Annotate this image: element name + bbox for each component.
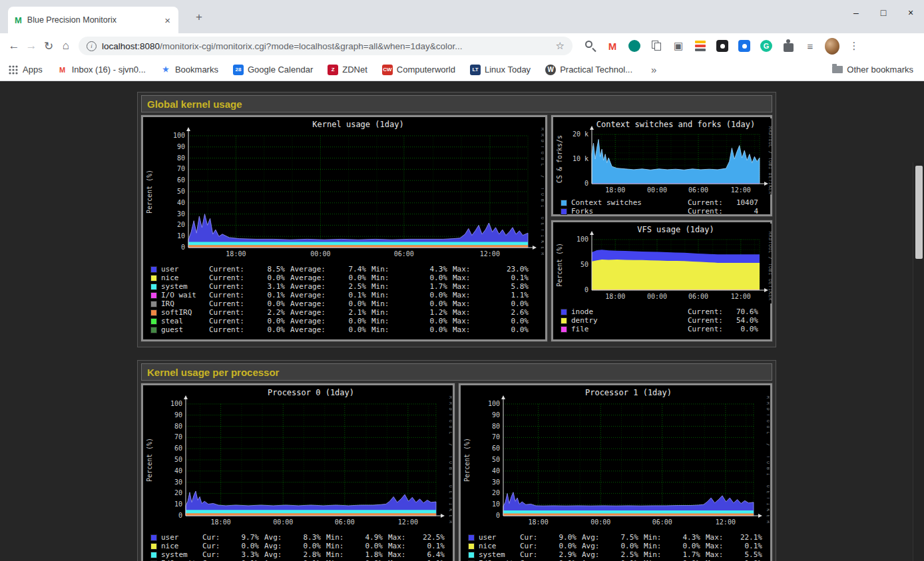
extensions-icon[interactable] xyxy=(781,39,796,53)
legend-stat-value: 0.0% xyxy=(326,325,371,334)
new-tab-button[interactable]: + xyxy=(196,11,202,24)
legend-stat-label: Min: xyxy=(371,299,389,308)
legend-label: dentry xyxy=(571,316,688,325)
camera-icon[interactable] xyxy=(737,39,752,53)
bookmarks-overflow-icon[interactable]: » xyxy=(651,64,656,75)
bookmark-item[interactable]: LTLinux Today xyxy=(470,65,531,75)
legend-stat: Max:0.1% xyxy=(388,542,450,550)
grammarly-icon[interactable]: G xyxy=(759,39,774,53)
apps-shortcut[interactable]: Apps xyxy=(8,65,43,75)
menu-icon[interactable]: ⋮ xyxy=(847,39,861,53)
legend-label: system xyxy=(161,282,209,291)
legend-stat: Cur:3.3% xyxy=(202,550,264,559)
other-bookmarks[interactable]: Other bookmarks xyxy=(832,65,913,75)
legend-swatch xyxy=(151,267,156,272)
bookmark-item[interactable]: CWComputerworld xyxy=(382,65,455,75)
window-minimize-icon[interactable]: – xyxy=(851,7,861,18)
keep-icon[interactable]: ▣ xyxy=(671,39,686,53)
legend-stat-label: Min: xyxy=(371,325,389,334)
site-info-icon[interactable]: i xyxy=(87,41,97,51)
legend-stat: Avg:0.0% xyxy=(582,542,644,550)
legend-stat-value: 0.0% xyxy=(538,542,582,550)
avatar[interactable] xyxy=(825,39,839,53)
vfs-usage-chart[interactable]: 05010018:0000:0006:0012:00VFS usage (1da… xyxy=(555,224,772,303)
context-switches-graph-panel: 010 k20 k18:0000:0006:0012:00Context swi… xyxy=(551,115,772,216)
bookmark-item[interactable]: ★Bookmarks xyxy=(160,65,218,75)
legend-stat-value: 3.1% xyxy=(244,282,290,291)
legend-swatch xyxy=(151,301,156,307)
bookmark-item[interactable]: WPractical Technol... xyxy=(545,65,632,75)
legend-label: user xyxy=(161,265,209,274)
svg-text:100: 100 xyxy=(170,400,182,407)
bookmark-star-icon[interactable]: ☆ xyxy=(556,40,565,52)
svg-text:Percent (%): Percent (%) xyxy=(463,438,471,482)
legend-stat: Avg:0.0% xyxy=(264,542,326,550)
window-close-icon[interactable]: × xyxy=(905,7,916,18)
processor1-chart[interactable]: 010203040506070809010018:0000:0006:0012:… xyxy=(462,387,770,529)
legend-stat: Average:2.5% xyxy=(290,282,371,291)
scrollbar-thumb[interactable] xyxy=(915,166,923,259)
legend-stat: Max:23.0% xyxy=(453,265,534,274)
svg-text:Percent (%): Percent (%) xyxy=(556,243,563,287)
legend-stat-value: 2.9% xyxy=(538,550,582,559)
page-scrollbar[interactable] xyxy=(913,162,924,561)
forward-icon[interactable]: → xyxy=(23,39,40,53)
svg-text:Context switches and forks (1: Context switches and forks (1day) xyxy=(596,120,755,129)
legend-stat: Min:0.0% xyxy=(371,299,453,308)
back-icon[interactable]: ← xyxy=(5,39,23,53)
legend-stat-label: Avg: xyxy=(264,542,282,550)
legend-row: stealCurrent:0.0%Average:0.0%Min:0.0%Max… xyxy=(151,317,539,325)
search-icon[interactable] xyxy=(583,39,598,53)
refresh-icon[interactable]: ↻ xyxy=(40,39,57,53)
legend-stat-value: 0.0% xyxy=(389,299,453,308)
vault-icon[interactable] xyxy=(715,39,730,53)
tab-close-icon[interactable]: × xyxy=(163,15,172,26)
svg-text:RRDTOOL / TOBI OETIKER: RRDTOOL / TOBI OETIKER xyxy=(540,128,544,258)
legend-stat-value: 1.7% xyxy=(389,282,453,291)
window-maximize-icon[interactable]: □ xyxy=(878,7,889,18)
gmail-icon[interactable]: M xyxy=(605,39,620,53)
legend-stat-value: 5.5% xyxy=(724,550,768,559)
kernel-usage-chart[interactable]: 010203040506070809010018:0000:0006:0012:… xyxy=(144,118,544,261)
legend-stat: Avg:2.8% xyxy=(264,550,326,559)
svg-text:06:00: 06:00 xyxy=(652,518,672,526)
legend-stat-value: 0.0% xyxy=(600,542,644,550)
legend-stat: Avg:8.3% xyxy=(264,533,326,542)
svg-text:00:00: 00:00 xyxy=(310,250,330,258)
legend-stat-value: 1.7% xyxy=(662,550,706,559)
reading-list-icon[interactable]: ≡ xyxy=(803,39,817,53)
home-icon[interactable]: ⌂ xyxy=(57,39,75,53)
legend-stat-value: 9.7% xyxy=(220,533,265,542)
legend-swatch xyxy=(469,535,474,540)
legend-stat-value: 54.0% xyxy=(729,316,764,325)
legend-stat: Current:10407 xyxy=(688,198,764,207)
section-title: Global kernel usage xyxy=(147,98,242,110)
legend-stat: Min:1.2% xyxy=(371,308,453,317)
processor0-chart[interactable]: 010203040506070809010018:0000:0006:0012:… xyxy=(144,387,452,529)
svg-text:80: 80 xyxy=(177,154,185,162)
legend-row: niceCur:0.0%Avg:0.0%Min:0.0%Max:0.1% xyxy=(151,542,446,550)
legend-stat-label: Average: xyxy=(290,299,326,308)
svg-text:100: 100 xyxy=(577,236,588,243)
svg-text:60: 60 xyxy=(177,176,185,184)
svg-text:VFS usage (1day): VFS usage (1day) xyxy=(637,225,714,234)
legend-stat-value: 0.0% xyxy=(326,274,371,282)
bookmark-label: Linux Today xyxy=(485,65,531,75)
svg-text:18:00: 18:00 xyxy=(211,518,231,526)
bookmark-item[interactable]: MInbox (16) - sjvn0... xyxy=(57,65,146,75)
legend-stat-label: Avg: xyxy=(582,550,600,559)
copy-icon[interactable] xyxy=(649,39,664,53)
legend-stat-label: Min: xyxy=(644,550,662,559)
other-bookmarks-label: Other bookmarks xyxy=(847,65,913,75)
browser-tab[interactable]: M Blue Precision Monitorix × xyxy=(8,7,178,33)
legend-stat-value: 10407 xyxy=(729,198,764,207)
legend-stat: Cur:9.0% xyxy=(520,533,582,542)
meet-icon[interactable] xyxy=(627,39,642,53)
processor0-graph-panel: 010203040506070809010018:0000:0006:0012:… xyxy=(141,383,455,561)
bookmark-item[interactable]: 28Google Calendar xyxy=(233,65,313,75)
legend-swatch xyxy=(469,552,474,558)
layers-icon[interactable] xyxy=(693,39,708,53)
bookmark-item[interactable]: ZZDNet xyxy=(328,65,367,75)
context-switches-chart[interactable]: 010 k20 k18:0000:0006:0012:00Context swi… xyxy=(555,118,772,194)
url-bar[interactable]: i localhost:8080/monitorix-cgi/monitorix… xyxy=(79,37,573,55)
